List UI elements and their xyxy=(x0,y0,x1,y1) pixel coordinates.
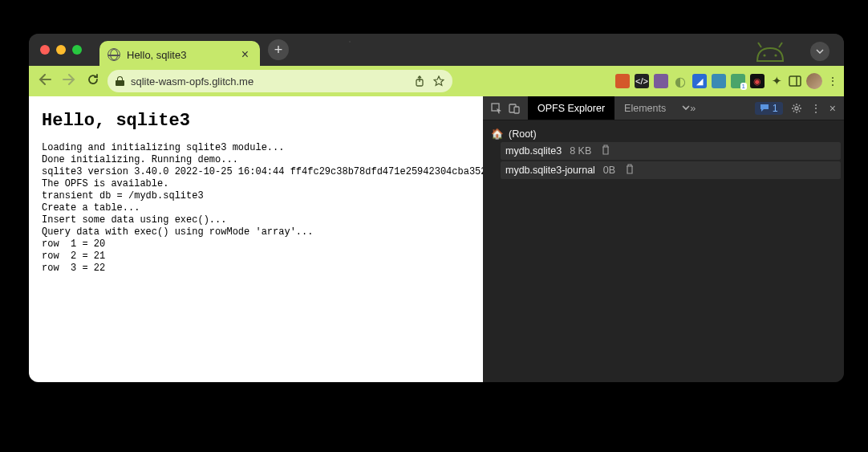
tab-title: Hello, sqlite3 xyxy=(127,49,238,61)
svg-line-2 xyxy=(758,43,761,47)
device-toggle-icon[interactable] xyxy=(509,103,520,114)
trash-icon[interactable] xyxy=(625,164,635,177)
console-log: Loading and initializing sqlite3 module.… xyxy=(42,142,470,275)
page-heading: Hello, sqlite3 xyxy=(42,111,470,131)
forward-button[interactable] xyxy=(59,74,79,88)
tree-file-row[interactable]: mydb.sqlite38 KB xyxy=(501,142,841,160)
tree-file-row[interactable]: mydb.sqlite3-journal0B xyxy=(501,161,841,179)
minimize-window-button[interactable] xyxy=(56,45,66,55)
content-area: Hello, sqlite3 Loading and initializing … xyxy=(29,96,844,382)
side-panel-icon[interactable] xyxy=(789,75,801,88)
devtools-panel: OPFS Explorer Elements » 1 ⋮ × xyxy=(483,96,844,382)
close-tab-button[interactable]: × xyxy=(238,47,252,62)
trash-icon[interactable] xyxy=(601,145,610,157)
address-bar[interactable]: sqlite-wasm-opfs.glitch.me xyxy=(107,70,452,92)
opfs-tree: 🏠 (Root) mydb.sqlite38 KBmydb.sqlite3-jo… xyxy=(483,120,844,185)
browser-window: Hello, sqlite3 × + sqlite-wasm-opfs.glit… xyxy=(29,34,844,382)
gear-icon[interactable] xyxy=(791,103,802,114)
globe-icon xyxy=(107,48,120,61)
extension-icon[interactable]: ◉ xyxy=(750,74,765,88)
file-name: mydb.sqlite3-journal xyxy=(505,165,595,176)
svg-line-3 xyxy=(779,43,782,47)
lock-icon xyxy=(116,76,124,86)
window-controls xyxy=(40,45,82,55)
close-window-button[interactable] xyxy=(40,45,50,55)
extension-icon[interactable] xyxy=(615,74,630,88)
reload-button[interactable] xyxy=(83,73,103,89)
tab-strip: Hello, sqlite3 × + xyxy=(29,34,844,66)
page-content: Hello, sqlite3 Loading and initializing … xyxy=(29,96,483,382)
extension-icon[interactable]: </> xyxy=(635,74,649,88)
svg-rect-9 xyxy=(514,107,519,113)
browser-tab[interactable]: Hello, sqlite3 × xyxy=(99,41,260,68)
chrome-menu-button[interactable]: ⋮ xyxy=(827,75,838,88)
inspect-icon[interactable] xyxy=(491,103,502,114)
extension-icons: </> ◐ ◢ 1 ◉ ✦ ⋮ xyxy=(615,73,838,89)
extension-icon[interactable]: ◢ xyxy=(692,74,707,88)
tab-overflow-button[interactable] xyxy=(810,42,829,61)
omnibox-actions xyxy=(414,75,444,87)
tab-opfs-explorer[interactable]: OPFS Explorer xyxy=(528,96,614,120)
toolbar: sqlite-wasm-opfs.glitch.me </> ◐ ◢ 1 ◉ ✦… xyxy=(29,66,844,96)
file-size: 0B xyxy=(603,165,615,176)
extension-icon[interactable] xyxy=(654,74,668,88)
svg-point-0 xyxy=(763,54,765,56)
house-icon: 🏠 xyxy=(491,128,504,140)
file-size: 8 KB xyxy=(570,145,591,157)
tree-root[interactable]: 🏠 (Root) xyxy=(486,125,841,142)
share-icon[interactable] xyxy=(414,75,425,87)
android-logo-icon xyxy=(752,39,788,63)
extension-icon[interactable]: ◐ xyxy=(673,74,688,88)
more-tabs-button[interactable]: » xyxy=(675,96,702,120)
svg-point-10 xyxy=(795,107,798,110)
new-tab-button[interactable]: + xyxy=(268,39,289,60)
devtools-menu-button[interactable]: ⋮ xyxy=(810,102,821,115)
extensions-menu-icon[interactable]: ✦ xyxy=(769,74,784,88)
extension-icon[interactable] xyxy=(712,74,726,88)
maximize-window-button[interactable] xyxy=(72,45,82,55)
extension-icon[interactable]: 1 xyxy=(731,74,745,88)
svg-point-1 xyxy=(774,54,777,56)
back-button[interactable] xyxy=(35,74,55,88)
devtools-tabbar: OPFS Explorer Elements » 1 ⋮ × xyxy=(483,96,844,120)
console-messages-badge[interactable]: 1 xyxy=(755,102,783,115)
svg-rect-5 xyxy=(789,76,801,86)
close-devtools-button[interactable]: × xyxy=(829,102,836,115)
root-label: (Root) xyxy=(509,128,537,140)
star-icon[interactable] xyxy=(433,75,444,87)
url-text: sqlite-wasm-opfs.glitch.me xyxy=(131,75,408,88)
message-count: 1 xyxy=(773,103,778,114)
tab-elements[interactable]: Elements xyxy=(614,96,675,120)
file-name: mydb.sqlite3 xyxy=(505,145,562,157)
profile-avatar[interactable] xyxy=(806,73,822,89)
